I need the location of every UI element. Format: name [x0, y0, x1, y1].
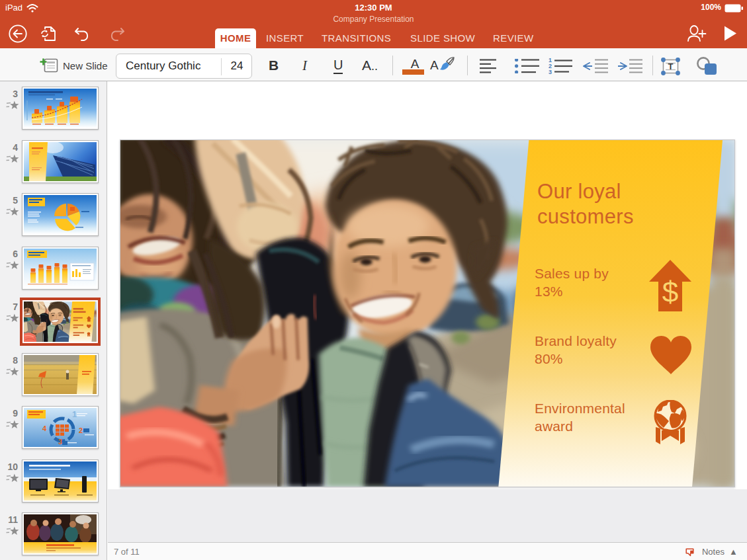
svg-text:T: T	[668, 61, 674, 71]
svg-text:$: $	[662, 276, 678, 308]
